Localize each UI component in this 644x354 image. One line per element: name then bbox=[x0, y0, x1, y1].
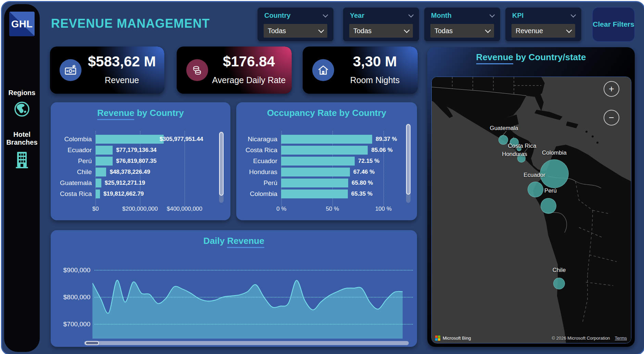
scrollbar-thumb[interactable] bbox=[85, 341, 99, 345]
chevron-down-icon[interactable] bbox=[408, 12, 414, 18]
bar-category-label: Colombia bbox=[236, 190, 281, 198]
daily-revenue-area-chart[interactable] bbox=[92, 264, 403, 339]
terms-link[interactable]: Terms bbox=[615, 336, 627, 341]
bar[interactable] bbox=[96, 146, 113, 155]
bar-row[interactable]: Chile$48,378,226.49 bbox=[51, 167, 222, 178]
gridline bbox=[94, 270, 413, 271]
chevron-down-icon[interactable] bbox=[490, 12, 495, 18]
bar-track: $25,912,271.19 bbox=[96, 179, 222, 187]
bar-row[interactable]: Guatemala$25,912,271.19 bbox=[51, 178, 222, 188]
chart-title-text: Occupancy Rate by Country bbox=[267, 108, 386, 118]
gridline bbox=[94, 324, 413, 325]
daily-revenue-panel: Daily Revenue $900,000 $800,000 $700,000 bbox=[51, 230, 417, 347]
kpi-card-revenue: $583,62 M Revenue bbox=[50, 47, 164, 94]
scrollbar-thumb[interactable] bbox=[406, 124, 411, 195]
bar[interactable] bbox=[281, 146, 368, 155]
building-icon[interactable] bbox=[13, 150, 31, 170]
bar-category-label: Costa Rica bbox=[236, 146, 281, 154]
map-copyright: © 2026 Microsoft CorporationTerms bbox=[552, 336, 627, 341]
map-zoom-in-button[interactable]: + bbox=[604, 81, 619, 97]
bar-value-label: 65.35 % bbox=[351, 191, 372, 197]
bar-row[interactable]: Nicaragua89.37 % bbox=[236, 134, 401, 145]
bar-category-label: Honduras bbox=[236, 168, 281, 176]
ghl-logo: GHL bbox=[9, 12, 35, 36]
bar-row[interactable]: Ecuador$77,179,136.34 bbox=[51, 145, 222, 156]
chevron-down-icon[interactable] bbox=[323, 12, 328, 18]
chart-title: Revenue by Country bbox=[51, 108, 230, 118]
map-bubble-label: Ecuador bbox=[523, 172, 545, 179]
x-tick-label: $200,000,000 bbox=[122, 206, 158, 212]
bar-row[interactable]: Honduras67.46 % bbox=[236, 167, 401, 178]
bar-row[interactable]: Ecuador72.15 % bbox=[236, 156, 401, 167]
bar[interactable] bbox=[96, 168, 106, 176]
bar-track: 72.15 % bbox=[281, 157, 401, 166]
chart-title-text: Revenue bbox=[227, 236, 264, 248]
microsoft-logo-icon bbox=[435, 336, 440, 341]
map-zoom-out-button[interactable]: − bbox=[604, 110, 619, 126]
bar-value-label: 72.15 % bbox=[358, 158, 379, 165]
kpi-label: Revenue bbox=[84, 75, 160, 85]
map-bubble-chile[interactable] bbox=[553, 278, 565, 289]
bing-attribution: Microsoft Bing bbox=[435, 336, 471, 341]
bar-category-label: Chile bbox=[51, 168, 96, 176]
map-bubble-perú[interactable] bbox=[541, 198, 556, 214]
filter-month-label: Month bbox=[431, 12, 452, 19]
bar[interactable] bbox=[281, 157, 355, 166]
globe-icon[interactable] bbox=[13, 101, 30, 119]
chevron-down-icon bbox=[485, 27, 491, 33]
bar[interactable] bbox=[281, 135, 372, 144]
bar-category-label: Guatemala bbox=[51, 179, 96, 187]
bar[interactable] bbox=[96, 179, 101, 187]
chevron-down-icon[interactable] bbox=[571, 12, 576, 18]
map-bubble-ecuador[interactable] bbox=[528, 182, 543, 197]
kpi-dropdown-value: Revenue bbox=[516, 27, 543, 35]
month-dropdown-value: Todas bbox=[434, 27, 453, 35]
copyright-text: © 2026 Microsoft Corporation bbox=[552, 336, 610, 341]
bar-row[interactable]: Perú$76,819,807.35 bbox=[51, 156, 222, 167]
bar-track: $19,812,662.79 bbox=[96, 189, 222, 198]
vertical-scrollbar[interactable] bbox=[406, 123, 411, 203]
bar-row[interactable]: Colombia$305,977,951.44 bbox=[51, 134, 222, 145]
kpi-dropdown[interactable]: Revenue bbox=[512, 24, 575, 38]
chart-title: Daily Revenue bbox=[51, 236, 417, 246]
bar-track: 67.46 % bbox=[281, 168, 401, 176]
month-dropdown[interactable]: Todas bbox=[430, 24, 494, 38]
bar[interactable] bbox=[281, 179, 348, 187]
vertical-scrollbar[interactable] bbox=[219, 131, 224, 203]
map-landmass bbox=[432, 77, 631, 343]
bar-category-label: Costa Rica bbox=[51, 190, 96, 198]
bing-attribution-text: Microsoft Bing bbox=[443, 336, 471, 341]
bar[interactable] bbox=[281, 168, 350, 176]
chevron-down-icon bbox=[566, 27, 572, 33]
bar-row[interactable]: Colombia65.35 % bbox=[236, 188, 401, 199]
scrollbar-thumb[interactable] bbox=[219, 132, 224, 196]
bar-category-label: Nicaragua bbox=[236, 135, 281, 143]
x-tick-label: 100 % bbox=[375, 206, 392, 212]
chart-title-text: Revenue bbox=[476, 52, 513, 64]
bar-track: $48,378,226.49 bbox=[96, 168, 222, 176]
map-bubble-guatemala[interactable] bbox=[498, 135, 508, 145]
filter-kpi-label: KPI bbox=[512, 12, 523, 19]
bar-row[interactable]: Costa Rica85.06 % bbox=[236, 145, 401, 156]
country-dropdown[interactable]: Todas bbox=[264, 24, 327, 38]
bar-category-label: Perú bbox=[236, 179, 281, 187]
bar-row[interactable]: Costa Rica$19,812,662.79 bbox=[51, 188, 222, 199]
bar-track: 65.35 % bbox=[281, 189, 401, 198]
map-bubble-label: Honduras bbox=[502, 151, 527, 158]
bar-row[interactable]: Perú65.80 % bbox=[236, 178, 401, 188]
bing-map[interactable]: GuatemalaCosta RicaHondurasColombiaEcuad… bbox=[431, 77, 631, 343]
kpi-label: Average Daily Rate bbox=[211, 75, 287, 85]
kpi-value: 3,30 M bbox=[337, 53, 413, 70]
y-tick-label: $900,000 bbox=[60, 266, 90, 274]
bar[interactable] bbox=[96, 189, 100, 198]
dashboard: GHL Regions Hotel Branches bbox=[1, 1, 644, 354]
clear-filters-button[interactable]: Clear Filters bbox=[592, 7, 635, 42]
bar[interactable] bbox=[96, 157, 113, 166]
bar[interactable] bbox=[281, 189, 348, 198]
horizontal-scrollbar[interactable] bbox=[84, 341, 409, 345]
bar-value-label: 85.06 % bbox=[371, 147, 392, 154]
year-dropdown[interactable]: Todas bbox=[349, 24, 413, 38]
map-panel: Revenue by Country/state bbox=[427, 47, 635, 347]
x-tick-label: $0 bbox=[92, 206, 99, 212]
bar[interactable] bbox=[96, 135, 164, 144]
